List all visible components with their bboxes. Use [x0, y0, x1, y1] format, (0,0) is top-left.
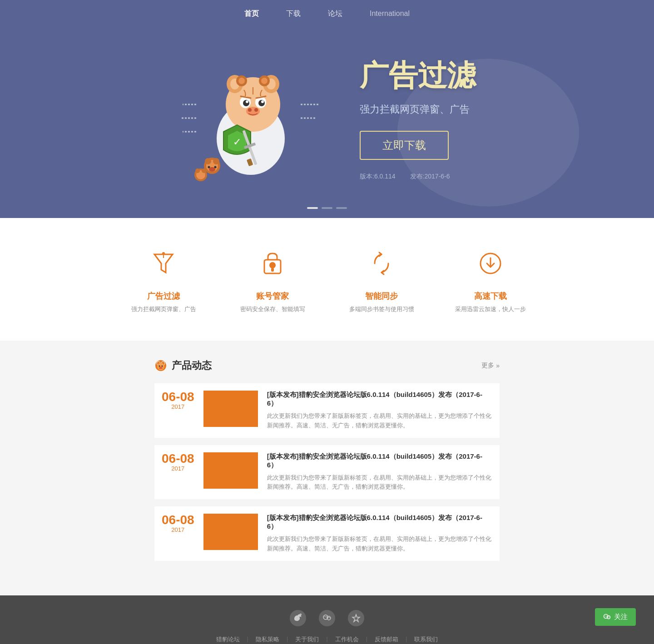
hero-slider-dots — [307, 207, 347, 209]
svg-point-52 — [162, 366, 163, 367]
news-item-title-1[interactable]: [版本发布]猎豹安全浏览器论坛版6.0.114（build14605）发布（20… — [267, 452, 492, 470]
svg-point-15 — [238, 78, 245, 84]
svg-point-65 — [605, 615, 606, 616]
nav-forum[interactable]: 论坛 — [328, 9, 342, 19]
weibo-icon[interactable] — [290, 610, 306, 626]
svg-point-24 — [248, 108, 252, 112]
news-date-day-2: 06-08 — [162, 514, 194, 526]
footer-link-3[interactable]: 工作机会 — [335, 635, 359, 644]
feature-name-3: 高速下载 — [445, 291, 536, 302]
footer-link-5[interactable]: 联系我们 — [414, 635, 438, 644]
filter-icon — [145, 245, 182, 282]
nav-download[interactable]: 下载 — [286, 9, 301, 19]
footer: 猎豹论坛|隐私策略|关于我们|工作机会|反馈邮箱|联系我们 浙ICP备 1203… — [0, 595, 654, 644]
news-date-0: 06-08 2017 — [162, 391, 194, 431]
footer-link-sep-5: | — [406, 635, 407, 644]
hero-section: ✓ 广告过滤 强力拦截网页弹窗、广告 — [0, 27, 654, 218]
hero-meta: 版本:6.0.114 发布:2017-6-6 — [360, 173, 476, 181]
news-date-day-0: 06-08 — [162, 391, 194, 403]
svg-point-58 — [325, 616, 326, 617]
svg-point-68 — [609, 616, 609, 617]
footer-link-sep-4: | — [366, 635, 367, 644]
wechat-qr-icon[interactable] — [319, 610, 335, 626]
feature-name-2: 智能同步 — [336, 291, 427, 302]
feature-name-1: 账号管家 — [227, 291, 318, 302]
news-date-1: 06-08 2017 — [162, 452, 194, 492]
hero-mascot: ✓ — [178, 59, 323, 177]
news-list: 06-08 2017 [版本发布]猎豹安全浏览器论坛版6.0.114（build… — [154, 383, 500, 561]
sync-icon — [363, 245, 400, 282]
news-body-0: [版本发布]猎豹安全浏览器论坛版6.0.114（build14605）发布（20… — [267, 391, 492, 431]
news-inner: 产品动态 更多 » 06-08 2017 [版本发布]猎豹安全浏览器论坛版6.0… — [154, 359, 500, 561]
news-item-title-2[interactable]: [版本发布]猎豹安全浏览器论坛版6.0.114（build14605）发布（20… — [267, 514, 492, 531]
chevron-right-icon: » — [496, 362, 500, 369]
nav-home[interactable]: 首页 — [244, 9, 259, 19]
svg-point-67 — [608, 616, 609, 617]
news-item-title-0[interactable]: [版本发布]猎豹安全浏览器论坛版6.0.114（build14605）发布（20… — [267, 391, 492, 408]
svg-point-41 — [162, 252, 165, 255]
svg-point-36 — [209, 167, 215, 172]
feature-desc-3: 采用迅雷云加速，快人一步 — [445, 305, 536, 313]
footer-link-sep-1: | — [247, 635, 248, 644]
svg-point-25 — [254, 108, 258, 112]
slider-dot-3[interactable] — [336, 207, 347, 209]
footer-link-4[interactable]: 反馈邮箱 — [375, 635, 398, 644]
news-date-year-2: 2017 — [162, 526, 194, 533]
version-label: 版本:6.0.114 — [360, 173, 396, 181]
footer-link-0[interactable]: 猎豹论坛 — [216, 635, 240, 644]
news-item-desc-1: 此次更新我们为您带来了新版新标签页，在易用、实用的基础上，更为您增添了个性化新闻… — [267, 473, 492, 492]
svg-point-60 — [328, 617, 329, 618]
feature-desc-0: 强力拦截网页弹窗、广告 — [118, 305, 209, 313]
news-date-day-1: 06-08 — [162, 452, 194, 465]
svg-point-40 — [202, 168, 206, 173]
news-section-title: 产品动态 — [172, 359, 212, 372]
news-item-desc-0: 此次更新我们为您带来了新版新标签页，在易用、实用的基础上，更为您增添了个性化新闻… — [267, 411, 492, 431]
release-label: 发布:2017-6-6 — [410, 173, 450, 181]
svg-point-59 — [326, 616, 327, 617]
news-section: 产品动态 更多 » 06-08 2017 [版本发布]猎豹安全浏览器论坛版6.0… — [0, 341, 654, 595]
star-icon[interactable] — [348, 610, 364, 626]
feature-desc-2: 多端同步书签与使用习惯 — [336, 305, 427, 313]
features-list: 广告过滤 强力拦截网页弹窗、广告 账号管家 密码安全保存、智能填写 — [109, 245, 545, 313]
footer-links: 猎豹论坛|隐私策略|关于我们|工作机会|反馈邮箱|联系我们 — [0, 635, 654, 644]
hero-text: 广告过滤 强力拦截网页弹窗、广告 立即下载 版本:6.0.114 发布:2017… — [360, 56, 476, 181]
footer-link-sep-3: | — [326, 635, 327, 644]
footer-link-2[interactable]: 关于我们 — [295, 635, 319, 644]
news-item-0: 06-08 2017 [版本发布]猎豹安全浏览器论坛版6.0.114（build… — [154, 383, 500, 438]
svg-point-61 — [329, 617, 330, 618]
svg-point-51 — [159, 366, 160, 367]
news-bear-icon — [154, 359, 167, 372]
news-header: 产品动态 更多 » — [154, 359, 500, 372]
feature-download: 高速下载 采用迅雷云加速，快人一步 — [445, 245, 536, 313]
hero-subtitle: 强力拦截网页弹窗、广告 — [360, 103, 476, 116]
news-thumb-2 — [203, 514, 258, 550]
news-header-left: 产品动态 — [154, 359, 212, 372]
svg-rect-45 — [271, 268, 274, 272]
slider-dot-1[interactable] — [307, 207, 318, 209]
news-date-2: 06-08 2017 — [162, 514, 194, 554]
news-item-1: 06-08 2017 [版本发布]猎豹安全浏览器论坛版6.0.114（build… — [154, 445, 500, 500]
footer-link-1[interactable]: 隐私策略 — [256, 635, 279, 644]
svg-point-22 — [261, 100, 264, 103]
svg-point-55 — [300, 614, 302, 615]
svg-point-21 — [246, 100, 248, 103]
nav-international[interactable]: International — [370, 10, 410, 18]
news-date-year-0: 2017 — [162, 403, 194, 410]
slider-dot-2[interactable] — [322, 207, 332, 209]
feature-name-0: 广告过滤 — [118, 291, 209, 302]
footer-link-sep-2: | — [287, 635, 288, 644]
svg-marker-62 — [352, 614, 360, 622]
feature-desc-1: 密码安全保存、智能填写 — [227, 305, 318, 313]
download-button[interactable]: 立即下载 — [360, 131, 449, 160]
svg-point-66 — [606, 615, 607, 616]
svg-point-53 — [159, 367, 163, 369]
news-thumb-1 — [203, 452, 258, 489]
news-more-link[interactable]: 更多 » — [481, 362, 500, 370]
footer-social — [0, 610, 654, 626]
news-body-2: [版本发布]猎豹安全浏览器论坛版6.0.114（build14605）发布（20… — [267, 514, 492, 554]
wechat-follow-button[interactable]: 关注 — [595, 608, 636, 626]
navigation: 首页 下载 论坛 International — [0, 0, 654, 27]
svg-point-16 — [261, 78, 268, 84]
hero-title: 广告过滤 — [360, 56, 476, 95]
svg-point-50 — [157, 363, 164, 370]
